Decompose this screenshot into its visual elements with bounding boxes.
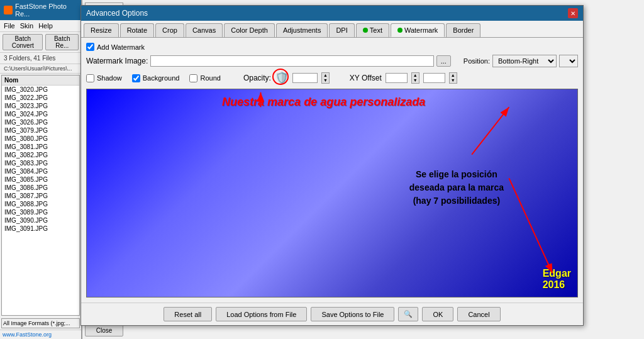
position-label: Position: [464, 57, 490, 65]
menu-skin[interactable]: Skin [20, 22, 33, 30]
tab-adjustments[interactable]: Adjustments [276, 23, 328, 37]
search-icon-button[interactable]: 🔍 [398, 307, 418, 321]
svg-line-3 [509, 178, 552, 273]
load-options-button[interactable]: Load Options from File [216, 307, 307, 321]
round-label[interactable]: Round [189, 74, 220, 82]
tab-watermark[interactable]: Watermark [391, 23, 445, 37]
file-list-item[interactable]: IMG_3023.JPG [2, 102, 79, 110]
batch-convert-btn[interactable]: Batch Convert [3, 34, 43, 50]
tab-crop[interactable]: Crop [155, 23, 184, 37]
close-button[interactable]: Close [85, 325, 123, 336]
tab-canvas[interactable]: Canvas [186, 23, 223, 37]
annotation-title: Nuestra marca de agua personalizada [222, 96, 425, 109]
position-select-2[interactable] [559, 55, 578, 67]
xy-y-up[interactable]: ▲ [450, 73, 457, 78]
batch-bar: Batch Convert Batch Re... [0, 32, 81, 53]
opacity-row: Opacity: 🛡️ 100 ▲ ▼ [243, 71, 330, 85]
file-list-item[interactable]: IMG_3024.JPG [2, 110, 79, 118]
ok-button[interactable]: OK [422, 307, 453, 321]
add-watermark-label[interactable]: Add Watermark [86, 43, 145, 51]
path-info: C:\Users\Usuari\Pictures\... [0, 64, 81, 74]
app-title: FastStone Photo Re... [15, 3, 77, 18]
watermark-preview: Nuestra marca de agua personalizada Se e… [86, 89, 578, 297]
file-list-item[interactable]: IMG_3088.JPG [2, 200, 79, 208]
watermark-browse-button[interactable]: ... [436, 55, 451, 67]
opacity-up[interactable]: ▲ [322, 73, 329, 78]
background-checkbox[interactable] [132, 74, 140, 82]
xy-x-spinner[interactable]: ▲ ▼ [411, 72, 419, 84]
dialog-titlebar: Advanced Options ✕ [81, 6, 583, 21]
cancel-button[interactable]: Cancel [457, 307, 500, 321]
tab-resize[interactable]: Resize [84, 23, 119, 37]
text-tab-indicator [363, 28, 368, 33]
reset-all-button[interactable]: Reset all [164, 307, 212, 321]
file-list-item[interactable]: IMG_3083.JPG [2, 159, 79, 167]
options-row: Shadow Background Round Opacity: 🛡️ [86, 71, 578, 85]
file-list-item[interactable]: IMG_3022.JPG [2, 94, 79, 102]
tab-color-depth[interactable]: Color Depth [224, 23, 275, 37]
add-watermark-checkbox[interactable] [86, 43, 94, 51]
tab-dpi[interactable]: DPI [329, 23, 354, 37]
folder-info: 3 Folders, 41 Files [0, 53, 81, 64]
watermark-tab-indicator [397, 28, 402, 33]
watermark-image-label: Watermark Image: [86, 57, 148, 65]
file-list-item[interactable]: IMG_3026.JPG [2, 118, 79, 126]
menu-bar: File Skin Help [0, 20, 81, 32]
round-checkbox[interactable] [189, 74, 197, 82]
save-options-button[interactable]: Save Options to File [311, 307, 394, 321]
file-list-item[interactable]: IMG_3079.JPG [2, 126, 79, 135]
menu-file[interactable]: File [4, 22, 15, 30]
opacity-down[interactable]: ▼ [322, 78, 329, 83]
opacity-input[interactable]: 100 [292, 73, 318, 83]
xy-x-up[interactable]: ▲ [412, 73, 419, 78]
watermark-brand-text: Edgar 2016 [543, 268, 571, 291]
app-icon [4, 6, 13, 14]
watermark-path-input[interactable]: C:\Users\Usuari\Documents\marca.png [150, 55, 433, 67]
background-label[interactable]: Background [132, 74, 180, 82]
file-list-item[interactable]: IMG_3090.JPG [2, 216, 79, 225]
file-list-item[interactable]: IMG_3091.JPG [2, 225, 79, 233]
file-list-item[interactable]: IMG_3084.JPG [2, 167, 79, 175]
svg-line-2 [472, 107, 509, 154]
shadow-label[interactable]: Shadow [86, 74, 122, 82]
xy-y-down[interactable]: ▼ [450, 78, 457, 83]
file-list-item[interactable]: IMG_3089.JPG [2, 208, 79, 216]
shadow-checkbox[interactable] [86, 74, 94, 82]
xy-x-down[interactable]: ▼ [412, 78, 419, 83]
red-arrows-svg [87, 89, 577, 297]
dialog-bottom-bar: Reset all Load Options from File Save Op… [81, 303, 583, 325]
advanced-options-dialog: Advanced Options ✕ Resize Rotate Crop Ca… [80, 5, 584, 326]
batch-resize-btn[interactable]: Batch Re... [45, 34, 79, 50]
xy-offset-label: XY Offset [350, 74, 382, 82]
format-filter[interactable]: All Image Formats (*.jpg;... [1, 318, 80, 328]
opacity-shield-icon: 🛡️ [275, 72, 289, 84]
opacity-icon-container: 🛡️ [275, 71, 289, 85]
tab-border[interactable]: Border [446, 23, 480, 37]
left-panel: FastStone Photo Re... File Skin Help Bat… [0, 0, 82, 339]
file-list-item[interactable]: IMG_3082.JPG [2, 151, 79, 159]
file-list-item[interactable]: IMG_3085.JPG [2, 175, 79, 184]
file-list: Nom IMG_3020.JPGIMG_3022.JPGIMG_3023.JPG… [1, 75, 80, 316]
file-list-item[interactable]: IMG_3020.JPG [2, 86, 79, 94]
file-list-item[interactable]: IMG_3080.JPG [2, 135, 79, 143]
menu-help[interactable]: Help [38, 22, 53, 30]
xy-y-spinner[interactable]: ▲ ▼ [449, 72, 457, 84]
opacity-label: Opacity: [243, 74, 271, 82]
app-titlebar: FastStone Photo Re... [0, 0, 81, 20]
file-list-item[interactable]: IMG_3087.JPG [2, 192, 79, 200]
dialog-close-button[interactable]: ✕ [568, 8, 578, 18]
annotation-position-text: Se elige la posición deseada para la mar… [409, 168, 504, 208]
file-list-item[interactable]: IMG_3086.JPG [2, 184, 79, 192]
tab-bar: Resize Rotate Crop Canvas Color Depth Ad… [81, 21, 583, 38]
tab-text[interactable]: Text [356, 23, 389, 37]
dialog-content: Add Watermark Watermark Image: C:\Users\… [81, 38, 583, 303]
position-select[interactable]: Bottom-Right Top-Left Top-Center Top-Rig… [492, 55, 557, 67]
xy-x-input[interactable]: 0 [386, 73, 408, 83]
opacity-spinner[interactable]: ▲ ▼ [321, 72, 330, 84]
file-list-header: Nom [2, 75, 79, 86]
file-list-item[interactable]: IMG_3081.JPG [2, 143, 79, 151]
tab-rotate[interactable]: Rotate [120, 23, 154, 37]
xy-y-input[interactable]: 0 [423, 73, 445, 83]
website-info: www.FastStone.org [0, 330, 81, 339]
xy-offset-row: XY Offset 0 ▲ ▼ 0 ▲ ▼ [350, 72, 457, 84]
